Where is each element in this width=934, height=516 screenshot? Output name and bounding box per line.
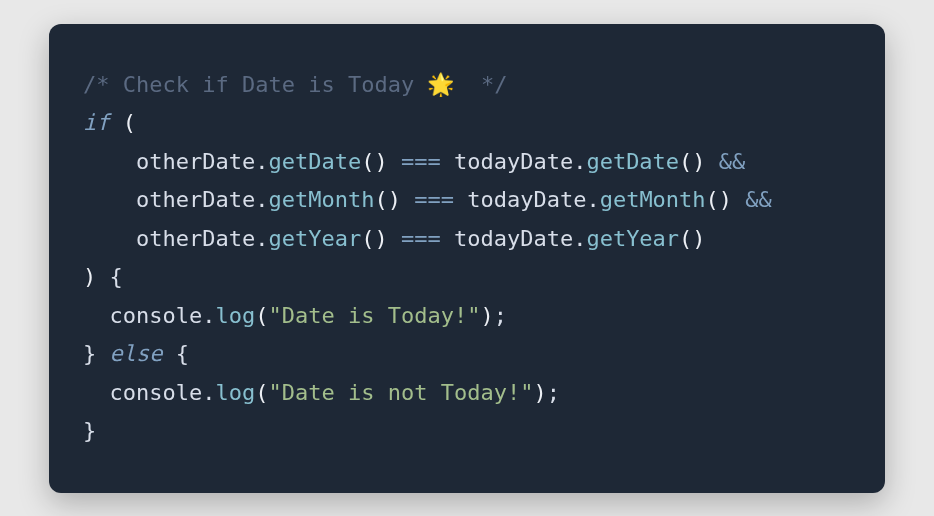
- brace-open: {: [110, 264, 123, 289]
- brace-open: {: [176, 341, 189, 366]
- string-today: "Date is Today!": [268, 303, 480, 328]
- var-todaydate: todayDate: [454, 226, 573, 251]
- method-log: log: [215, 380, 255, 405]
- brace-close: }: [83, 418, 96, 443]
- keyword-if: if: [83, 110, 110, 135]
- var-console: console: [110, 380, 203, 405]
- method-getyear: getYear: [268, 226, 361, 251]
- string-not-today: "Date is not Today!": [268, 380, 533, 405]
- op-strict-eq: ===: [414, 187, 454, 212]
- method-getmonth: getMonth: [268, 187, 374, 212]
- method-getdate: getDate: [586, 149, 679, 174]
- paren-open: (: [123, 110, 136, 135]
- code-card: /* Check if Date is Today 🌟 */ if ( othe…: [49, 24, 885, 493]
- keyword-else: else: [110, 341, 163, 366]
- comment-close: */: [454, 72, 507, 97]
- op-and: &&: [745, 187, 772, 212]
- code-block: /* Check if Date is Today 🌟 */ if ( othe…: [83, 66, 851, 451]
- method-getyear: getYear: [586, 226, 679, 251]
- var-otherdate: otherDate: [136, 226, 255, 251]
- op-strict-eq: ===: [401, 226, 441, 251]
- method-log: log: [215, 303, 255, 328]
- var-todaydate: todayDate: [454, 149, 573, 174]
- comment-text: Check if Date is Today: [123, 72, 428, 97]
- var-otherdate: otherDate: [136, 149, 255, 174]
- var-otherdate: otherDate: [136, 187, 255, 212]
- var-todaydate: todayDate: [467, 187, 586, 212]
- op-and: &&: [719, 149, 746, 174]
- comment-open: /*: [83, 72, 123, 97]
- method-getmonth: getMonth: [600, 187, 706, 212]
- comment-line: /* Check if Date is Today 🌟 */: [83, 72, 507, 97]
- method-getdate: getDate: [268, 149, 361, 174]
- star-icon: 🌟: [427, 72, 454, 97]
- var-console: console: [110, 303, 203, 328]
- paren-close: ): [83, 264, 96, 289]
- op-strict-eq: ===: [401, 149, 441, 174]
- brace-close: }: [83, 341, 96, 366]
